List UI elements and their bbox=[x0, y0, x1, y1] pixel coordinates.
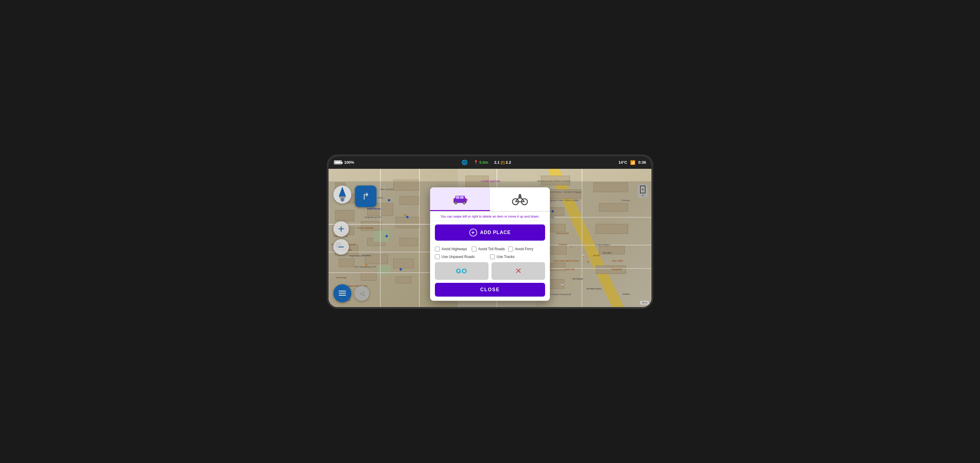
action-buttons: GO ✕ bbox=[435, 262, 545, 280]
temperature: 14°C bbox=[619, 160, 627, 165]
svg-rect-3 bbox=[460, 196, 464, 199]
checkbox-use-unpaved-roads[interactable] bbox=[435, 254, 440, 259]
add-place-button[interactable]: + ADD PLACE bbox=[435, 224, 545, 241]
modal-overlay: You can swipe left or right to delete an… bbox=[329, 181, 651, 307]
option-avoid-toll-roads-label: Avoid Toll Roads bbox=[478, 247, 505, 251]
svg-rect-9 bbox=[466, 199, 468, 201]
status-left: 100% bbox=[334, 160, 354, 165]
global-icon: 🌐 bbox=[461, 160, 468, 165]
hint-text: You can swipe left or right to delete an… bbox=[430, 212, 550, 221]
checkbox-use-tracks[interactable] bbox=[490, 254, 495, 259]
option-use-unpaved-roads[interactable]: Use Unpaved Roads bbox=[435, 254, 490, 259]
option-avoid-ferry[interactable]: Avoid Ferry bbox=[508, 247, 545, 251]
add-place-label: ADD PLACE bbox=[480, 230, 511, 235]
svg-point-5 bbox=[455, 202, 457, 204]
option-use-tracks[interactable]: Use Tracks bbox=[490, 254, 545, 259]
bluetooth-icon: 📶 bbox=[630, 160, 635, 165]
speed-display: 2.1 (!) 2.2 bbox=[494, 160, 511, 165]
clock: 0:36 bbox=[638, 160, 646, 165]
option-use-unpaved-roads-label: Use Unpaved Roads bbox=[441, 255, 475, 259]
cancel-button[interactable]: ✕ bbox=[492, 262, 545, 280]
option-avoid-ferry-label: Avoid Ferry bbox=[515, 247, 533, 251]
svg-point-17 bbox=[519, 194, 521, 196]
bike-icon bbox=[511, 193, 529, 205]
gps-label: 📍 5.0m bbox=[474, 160, 488, 165]
checkbox-avoid-highways[interactable] bbox=[435, 247, 440, 251]
status-bar: 100% 🌐 📍 5.0m 2.1 (!) 2.2 14°C 📶 0:36 bbox=[329, 156, 651, 169]
status-right: 14°C 📶 0:36 bbox=[619, 160, 646, 165]
phone-frame: 100% 🌐 📍 5.0m 2.1 (!) 2.2 14°C 📶 0:36 bbox=[327, 154, 653, 309]
transport-tab-bike[interactable] bbox=[490, 187, 550, 211]
transport-tabs bbox=[430, 187, 550, 212]
battery-percent: 100% bbox=[344, 160, 354, 165]
option-avoid-highways-label: Avoid Highways bbox=[441, 247, 467, 251]
svg-rect-2 bbox=[456, 196, 460, 199]
close-label: CLOSE bbox=[480, 287, 500, 292]
options-row2: Use Unpaved Roads Use Tracks bbox=[430, 253, 550, 262]
go-label: GO bbox=[456, 267, 467, 275]
close-button[interactable]: CLOSE bbox=[435, 283, 545, 297]
svg-rect-8 bbox=[452, 199, 454, 201]
options-grid: Avoid Highways Avoid Toll Roads Avoid Fe… bbox=[430, 244, 550, 253]
option-avoid-highways[interactable]: Avoid Highways bbox=[435, 247, 472, 251]
status-center: 🌐 📍 5.0m 2.1 (!) 2.2 bbox=[461, 160, 511, 165]
go-button[interactable]: GO bbox=[435, 262, 488, 280]
checkbox-avoid-toll-roads[interactable] bbox=[472, 247, 477, 251]
transport-tab-car[interactable] bbox=[430, 187, 490, 211]
svg-point-7 bbox=[464, 202, 465, 204]
option-use-tracks-label: Use Tracks bbox=[496, 255, 515, 259]
option-avoid-toll-roads[interactable]: Avoid Toll Roads bbox=[472, 247, 509, 251]
route-options-modal: You can swipe left or right to delete an… bbox=[430, 187, 550, 301]
map-container[interactable]: Alle Carrette Bairç... Hotel Roma Angeli… bbox=[329, 169, 651, 307]
car-icon bbox=[451, 193, 469, 205]
checkbox-avoid-ferry[interactable] bbox=[508, 247, 513, 251]
battery-icon bbox=[334, 160, 342, 164]
add-place-plus-icon: + bbox=[469, 229, 477, 236]
cancel-icon: ✕ bbox=[515, 266, 522, 276]
